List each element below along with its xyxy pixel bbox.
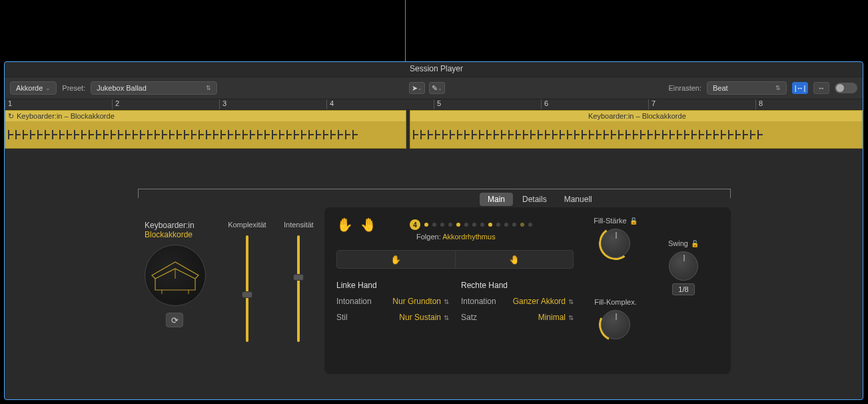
regenerate-button[interactable]: ⟳	[166, 313, 183, 327]
beat-count-badge: 4	[410, 219, 420, 230]
param-label: Intonation	[461, 297, 496, 306]
beat-dot[interactable]	[480, 223, 484, 227]
left-hand-title: Linke Hand	[336, 281, 449, 290]
midi-preview	[410, 121, 862, 148]
hands-segment-left[interactable]: ✋	[337, 251, 456, 268]
snap-label: Einrasten:	[668, 84, 701, 92]
param-value: Nur Grundton	[392, 297, 441, 306]
param-value: Minimal	[538, 313, 566, 322]
param-label: Stil	[336, 313, 348, 322]
pencil-tool[interactable]: ✎⌄	[429, 82, 445, 94]
region-header: ↻ Keyboarder:in – Blockakkorde	[410, 111, 862, 121]
slider-thumb[interactable]	[293, 274, 304, 281]
region-name: Keyboarder:in – Blockakkorde	[588, 112, 686, 120]
complexity-slider[interactable]	[246, 235, 248, 342]
preset-label: Preset:	[62, 84, 85, 92]
left-style-row[interactable]: Stil Nur Sustain⇅	[336, 313, 449, 322]
chevron-down-icon: ⌄	[45, 85, 51, 91]
beat-pattern[interactable]: 4	[410, 219, 532, 230]
beat-dot[interactable]	[448, 223, 452, 227]
fill-complexity-knob[interactable]	[601, 310, 630, 339]
pointer-tool[interactable]: ➤⌄	[409, 82, 425, 94]
left-hand-icon[interactable]: ✋	[336, 217, 353, 233]
tab-manual[interactable]: Manuell	[556, 193, 600, 206]
left-intonation-row[interactable]: Intonation Nur Grundton⇅	[336, 297, 449, 306]
lock-icon[interactable]: 🔓	[630, 217, 638, 225]
performer-controls: Keyboarder:in Blockakkorde ⟳ Komplexi	[138, 207, 324, 374]
refresh-icon: ⟳	[171, 315, 179, 325]
hands-segment-bar[interactable]: ✋ ✋	[336, 250, 574, 269]
hands-segment-right[interactable]: ✋	[456, 251, 574, 268]
lock-icon[interactable]: 🔓	[691, 240, 699, 247]
fill-strength-knob[interactable]	[601, 229, 630, 258]
follow-label: Folgen:	[416, 233, 441, 241]
updown-icon: ⇅	[568, 314, 574, 321]
preset-dropdown[interactable]: Jukebox Ballad ⇅	[91, 81, 217, 95]
right-hand-title: Rechte Hand	[461, 281, 574, 290]
tab-details[interactable]: Details	[514, 193, 555, 206]
param-label: Intonation	[336, 297, 372, 306]
link-toggle-button[interactable]: ↔	[813, 82, 829, 94]
param-value: Nur Sustain	[399, 313, 441, 322]
automation-toggle[interactable]	[835, 83, 857, 93]
left-hand-section: Linke Hand Intonation Nur Grundton⇅ Stil…	[336, 281, 449, 329]
region-1[interactable]: ↻ Keyboarder:in – Blockakkorde	[5, 110, 406, 149]
fill-strength-label: Fill-Stärke	[594, 217, 627, 225]
beat-dot[interactable]	[456, 223, 460, 227]
beat-dot[interactable]	[520, 223, 524, 227]
mode-dropdown-label: Akkorde	[16, 84, 43, 92]
beat-dot[interactable]	[472, 223, 476, 227]
window-title: Session Player	[410, 64, 463, 73]
editor-tabs: Main Details Manuell	[480, 193, 600, 206]
updown-icon: ⇅	[444, 298, 449, 305]
loop-icon: ↻	[8, 112, 14, 121]
slider-thumb[interactable]	[242, 291, 252, 298]
intensity-slider[interactable]	[297, 235, 300, 342]
swing-division-chip[interactable]: 1/8	[672, 283, 694, 295]
toolbar: Akkorde ⌄ Preset: Jukebox Ballad ⇅ ➤⌄ ✎⌄…	[5, 77, 863, 99]
fill-complexity-label: Fill-Komplex.	[594, 298, 637, 306]
chevron-down-icon: ⌄	[438, 85, 442, 91]
beat-dot[interactable]	[440, 223, 444, 227]
tab-main[interactable]: Main	[480, 193, 513, 206]
updown-icon: ⇅	[568, 298, 574, 305]
follow-value[interactable]: Akkordrhythmus	[442, 233, 495, 241]
bar-marker: 2	[112, 99, 219, 109]
beat-dot[interactable]	[528, 223, 532, 227]
swing-knob[interactable]	[669, 251, 698, 281]
main-panel: ✋ ✋ 4	[324, 207, 731, 374]
right-intonation-row[interactable]: Intonation Ganzer Akkord⇅	[461, 297, 574, 306]
beat-dot[interactable]	[488, 223, 492, 227]
snap-icon: |↔|	[795, 84, 806, 92]
timeline-ruler[interactable]: 1 2 3 4 5 6 7 8	[5, 99, 863, 110]
intensity-label: Intensität	[284, 221, 314, 229]
beat-dot[interactable]	[424, 223, 428, 227]
updown-icon: ⇅	[444, 314, 449, 321]
right-satz-row[interactable]: Satz Minimal⇅	[461, 313, 574, 322]
beat-dot[interactable]	[504, 223, 508, 227]
region-track[interactable]: ↻ Keyboarder:in – Blockakkorde ↻ Keyboar…	[5, 110, 863, 149]
snap-toggle-button[interactable]: |↔|	[792, 82, 808, 94]
updown-icon: ⇅	[775, 85, 781, 91]
beat-dot[interactable]	[432, 223, 436, 227]
region-2[interactable]: ↻ Keyboarder:in – Blockakkorde	[410, 110, 863, 149]
knobs-column: Fill-Stärke🔓 Swing🔓 1/8 Fill-Komplex.	[586, 217, 719, 365]
instrument-style[interactable]: Blockakkorde	[145, 230, 215, 239]
right-hand-section: Rechte Hand Intonation Ganzer Akkord⇅ Sa…	[461, 281, 574, 329]
center-column: ✋ ✋ 4	[336, 217, 574, 365]
right-hand-icon[interactable]: ✋	[360, 217, 376, 233]
link-icon: ↔	[818, 84, 825, 92]
beat-dot[interactable]	[464, 223, 468, 227]
param-value: Ganzer Akkord	[513, 297, 566, 306]
instrument-avatar[interactable]	[145, 245, 206, 306]
beat-dot[interactable]	[496, 223, 500, 227]
swing-label: Swing	[668, 239, 688, 247]
session-player-window: Session Player Akkorde ⌄ Preset: Jukebox…	[4, 61, 863, 400]
mode-dropdown[interactable]: Akkorde ⌄	[10, 81, 57, 95]
snap-dropdown[interactable]: Beat ⇅	[707, 81, 787, 95]
beat-dot[interactable]	[512, 223, 516, 227]
chevron-down-icon: ⌄	[418, 85, 422, 91]
bar-marker: 1	[5, 99, 112, 109]
midi-preview	[5, 121, 406, 148]
piano-icon	[149, 255, 202, 295]
